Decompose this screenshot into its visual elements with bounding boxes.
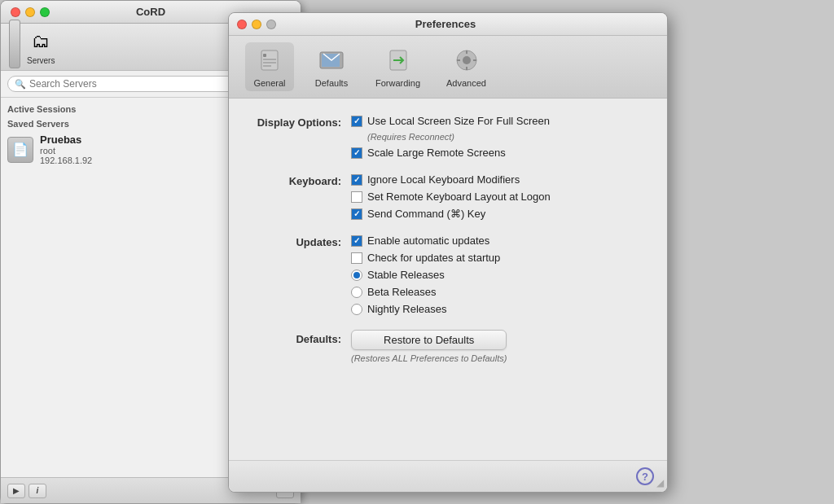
use-local-screen-checkbox[interactable]: ✓ [351, 116, 362, 127]
updates-group: ✓ Enable automatic updates Check for upd… [351, 234, 643, 315]
beta-releases-option: Beta Releases [351, 286, 643, 298]
general-icon [255, 46, 284, 75]
check-startup-label: Check for updates at startup [367, 252, 500, 264]
enable-auto-label: Enable automatic updates [367, 234, 489, 247]
keyboard-group: ✓ Ignore Local Keyboard Modifiers Set Re… [351, 173, 643, 220]
set-remote-kb-option: Set Remote Keyboard Layout at Logon [351, 191, 643, 203]
prefs-bottom-bar: ? [229, 460, 667, 492]
tab-general-label: General [253, 78, 285, 88]
send-command-label: Send Command (⌘) Key [367, 208, 485, 220]
use-local-screen-label: Use Local Screen Size For Full Screen [367, 115, 550, 127]
advanced-icon [452, 46, 481, 75]
nightly-releases-label: Nightly Releases [367, 303, 447, 315]
tab-general[interactable]: General [245, 42, 294, 91]
preferences-dialog: Preferences General [228, 12, 668, 493]
set-remote-kb-checkbox[interactable] [351, 191, 362, 203]
forwarding-icon [384, 46, 413, 75]
svg-point-11 [463, 56, 471, 64]
enable-auto-checkbox[interactable]: ✓ [351, 235, 362, 247]
ignore-local-kb-label: Ignore Local Keyboard Modifiers [367, 173, 520, 186]
enable-auto-option: ✓ Enable automatic updates [351, 234, 643, 247]
tab-defaults-label: Defaults [315, 78, 348, 88]
search-icon: 🔍 [15, 79, 26, 90]
help-button[interactable]: ? [636, 467, 654, 485]
defaults-content: Restore to Defaults (Restores ALL Prefer… [351, 330, 507, 363]
tab-defaults[interactable]: Defaults [307, 42, 356, 91]
beta-releases-label: Beta Releases [367, 286, 437, 298]
tab-forwarding[interactable]: Forwarding [369, 42, 427, 91]
restore-defaults-button[interactable]: Restore to Defaults [351, 330, 507, 350]
display-options-label: Display Options: [253, 115, 351, 129]
tab-advanced[interactable]: Advanced [440, 42, 493, 91]
send-command-option: ✓ Send Command (⌘) Key [351, 208, 643, 220]
nightly-releases-radio[interactable] [351, 304, 362, 315]
use-local-screen-option: ✓ Use Local Screen Size For Full Screen [351, 115, 643, 127]
keyboard-section: Keyboard: ✓ Ignore Local Keyboard Modifi… [253, 173, 643, 220]
check-startup-option: Check for updates at startup [351, 252, 643, 264]
prefs-title: Preferences [232, 18, 659, 30]
defaults-icon [317, 46, 346, 75]
updates-label: Updates: [253, 234, 351, 248]
prefs-content: Display Options: ✓ Use Local Screen Size… [229, 99, 667, 460]
servers-icon: 🗂 [28, 28, 54, 55]
display-options-section: Display Options: ✓ Use Local Screen Size… [253, 115, 643, 159]
stable-releases-label: Stable Releases [367, 269, 445, 281]
svg-rect-14 [457, 59, 460, 61]
ignore-local-kb-option: ✓ Ignore Local Keyboard Modifiers [351, 173, 643, 186]
restore-sub-label: (Restores ALL Preferences to Defaults) [351, 353, 507, 363]
beta-releases-radio[interactable] [351, 287, 362, 298]
nightly-releases-option: Nightly Releases [351, 303, 643, 315]
play-button[interactable]: ▶ [7, 484, 25, 498]
svg-rect-5 [263, 62, 276, 64]
keyboard-label: Keyboard: [253, 173, 351, 187]
svg-rect-12 [466, 50, 467, 54]
scale-large-label: Scale Large Remote Screens [367, 147, 506, 159]
servers-label: Servers [27, 56, 55, 65]
check-startup-checkbox[interactable] [351, 252, 362, 264]
svg-rect-6 [263, 65, 271, 67]
svg-rect-3 [263, 54, 266, 57]
prefs-titlebar: Preferences [229, 13, 667, 36]
svg-rect-13 [466, 67, 467, 70]
tab-advanced-label: Advanced [446, 78, 486, 88]
info-button[interactable]: i [29, 484, 46, 498]
resize-handle[interactable]: ◢ [656, 477, 664, 489]
scale-large-checkbox[interactable]: ✓ [351, 147, 362, 159]
svg-rect-4 [263, 59, 276, 60]
defaults-section: Defaults: Restore to Defaults (Restores … [253, 330, 643, 363]
stable-releases-radio[interactable] [351, 270, 362, 281]
display-options-group: ✓ Use Local Screen Size For Full Screen … [351, 115, 643, 159]
scale-large-option: ✓ Scale Large Remote Screens [351, 147, 643, 159]
defaults-label: Defaults: [253, 330, 351, 345]
stable-releases-option: Stable Releases [351, 269, 643, 281]
sidebar-scroll [9, 20, 20, 68]
set-remote-kb-label: Set Remote Keyboard Layout at Logon [367, 191, 551, 203]
server-icon: 📄 [7, 137, 33, 163]
svg-rect-15 [473, 59, 476, 61]
updates-section: Updates: ✓ Enable automatic updates Chec… [253, 234, 643, 315]
requires-reconnect-label: (Requires Reconnect) [367, 132, 643, 142]
tab-forwarding-label: Forwarding [375, 78, 420, 88]
ignore-local-kb-checkbox[interactable]: ✓ [351, 174, 362, 186]
prefs-toolbar: General Defaults Forwarding [229, 36, 667, 99]
servers-tab[interactable]: 🗂 Servers [20, 25, 61, 68]
send-command-checkbox[interactable]: ✓ [351, 208, 362, 220]
